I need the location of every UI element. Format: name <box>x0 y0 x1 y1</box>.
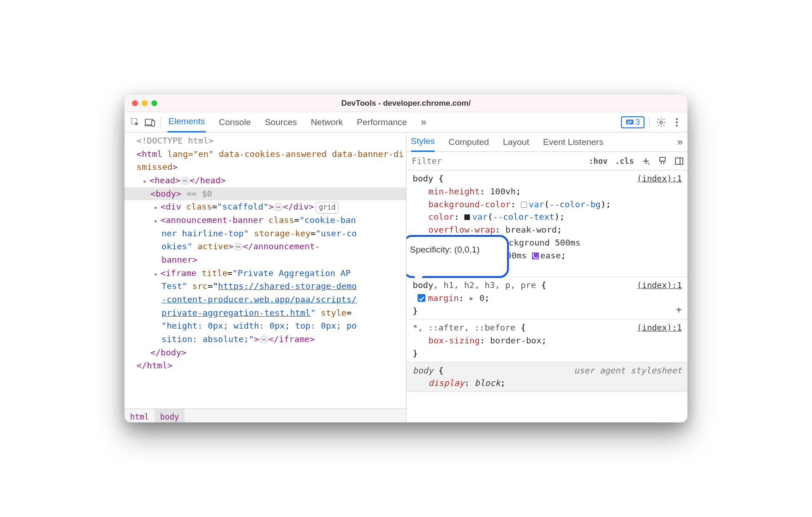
rule-selector[interactable]: body <box>413 174 434 183</box>
add-property-icon[interactable]: + <box>676 302 682 317</box>
subtab-computed[interactable]: Computed <box>448 132 489 152</box>
minimize-window-button[interactable] <box>142 100 148 106</box>
subtab-styles[interactable]: Styles <box>411 132 435 152</box>
kebab-menu-icon[interactable] <box>670 115 684 129</box>
toggle-classes-icon[interactable] <box>654 152 671 170</box>
styles-filterbar: :hov .cls <box>406 152 688 170</box>
dom-line[interactable]: okies" active>⋯</announcement- <box>125 240 406 253</box>
tab-network[interactable]: Network <box>310 112 344 132</box>
inspect-element-icon[interactable] <box>128 115 142 129</box>
rule-source-link[interactable]: (index):1 <box>637 279 682 291</box>
subtab-layout[interactable]: Layout <box>503 132 529 152</box>
main-toolbar: Elements Console Sources Network Perform… <box>125 112 687 132</box>
css-rule-body-group[interactable]: (index):1 body, h1, h2, h3, p, pre { mar… <box>406 277 688 319</box>
toolbar-separator <box>161 117 161 128</box>
svg-point-5 <box>676 118 678 120</box>
tabs-overflow[interactable]: » <box>420 112 427 132</box>
dom-announcement-banner[interactable]: <announcement-banner class="cookie-ban <box>125 214 406 227</box>
devtools-window: DevTools - developer.chrome.com/ Element… <box>125 95 687 422</box>
svg-point-6 <box>676 121 678 123</box>
message-count-value: 3 <box>636 118 640 127</box>
dom-tree[interactable]: <!DOCTYPE html> <html lang="en" data-coo… <box>125 132 406 409</box>
iframe-src-url: https://shared-storage-demo <box>218 281 357 291</box>
svg-rect-8 <box>660 157 665 161</box>
dom-line[interactable]: private-aggregation-test.html" style= <box>125 307 406 320</box>
close-window-button[interactable] <box>132 100 138 106</box>
toolbar-separator <box>649 117 650 128</box>
dom-line[interactable]: banner> <box>125 253 406 267</box>
hov-toggle[interactable]: :hov <box>585 152 611 170</box>
styles-rules: (index):1 body { min-height: 100vh; back… <box>406 170 688 422</box>
easing-swatch-icon[interactable] <box>532 252 539 259</box>
styles-panel: Styles Computed Layout Event Listeners »… <box>406 132 688 422</box>
dom-line[interactable]: sition: absolute;">⋯</iframe> <box>125 333 406 346</box>
dom-breadcrumb: html body <box>125 409 406 422</box>
grid-badge[interactable]: grid <box>316 202 339 213</box>
styles-filter-input[interactable] <box>406 156 585 166</box>
tab-performance[interactable]: Performance <box>356 112 408 132</box>
rule-source-link[interactable]: (index):1 <box>637 172 682 185</box>
dom-div-scaffold[interactable]: <div class="scaffold">⋯</div>grid <box>125 200 406 214</box>
dom-doctype[interactable]: <!DOCTYPE html> <box>125 134 406 148</box>
rule-selector: body <box>413 366 434 375</box>
dom-body-selected[interactable]: <body> == $0 <box>125 187 406 201</box>
svg-point-7 <box>676 125 678 126</box>
device-toolbar-icon[interactable] <box>143 115 157 129</box>
cls-toggle[interactable]: .cls <box>611 152 638 170</box>
panel-tabs: Elements Console Sources Network Perform… <box>167 112 427 132</box>
tab-elements[interactable]: Elements <box>167 112 206 132</box>
rule-selector[interactable]: body <box>413 280 434 290</box>
dom-iframe[interactable]: <iframe title="Private Aggregation AP <box>125 267 406 280</box>
styles-subtabs: Styles Computed Layout Event Listeners » <box>406 132 688 152</box>
elements-panel: <!DOCTYPE html> <html lang="en" data-coo… <box>125 132 406 422</box>
toolbar-right: 3 <box>621 115 684 129</box>
rule-source-link[interactable]: (index):1 <box>637 321 682 334</box>
dom-html-close[interactable]: </html> <box>125 359 406 373</box>
dom-html-open[interactable]: <html lang="en" data-cookies-answered da… <box>125 148 406 174</box>
window-titlebar: DevTools - developer.chrome.com/ <box>125 95 687 112</box>
subtabs-overflow[interactable]: » <box>677 132 683 152</box>
property-enabled-checkbox[interactable] <box>418 294 425 302</box>
rule-source-ua: user agent stylesheet <box>574 364 682 377</box>
dom-head[interactable]: <head>⋯</head> <box>125 174 406 187</box>
maximize-window-button[interactable] <box>151 100 157 106</box>
dom-line[interactable]: ner hairline-top" storage-key="user-co <box>125 227 406 240</box>
new-style-rule-icon[interactable] <box>638 152 654 170</box>
dom-line[interactable]: "height: 0px; width: 0px; top: 0px; po <box>125 319 406 333</box>
rule-selector[interactable]: *, ::after, ::before <box>413 323 516 332</box>
console-message-count[interactable]: 3 <box>621 116 645 128</box>
specificity-text: Specificity: (0,0,1) <box>410 245 480 254</box>
toggle-sidebar-icon[interactable] <box>671 152 687 170</box>
window-title: DevTools - developer.chrome.com/ <box>125 99 687 108</box>
crumb-html[interactable]: html <box>125 409 155 422</box>
css-rule-universal[interactable]: (index):1 *, ::after, ::before { box-siz… <box>406 319 688 362</box>
panels-container: <!DOCTYPE html> <html lang="en" data-coo… <box>125 132 687 422</box>
css-rule-user-agent[interactable]: user agent stylesheet body { display: bl… <box>406 362 688 392</box>
settings-gear-icon[interactable] <box>654 115 668 129</box>
svg-point-4 <box>660 121 663 124</box>
crumb-body[interactable]: body <box>155 409 185 422</box>
traffic-lights <box>132 100 157 106</box>
svg-rect-9 <box>675 158 683 164</box>
dom-line[interactable]: -content-producer.web.app/paa/scripts/ <box>125 293 406 307</box>
dom-line[interactable]: Test" src="https://shared-storage-demo <box>125 280 406 293</box>
subtab-event-listeners[interactable]: Event Listeners <box>543 132 603 152</box>
dom-body-close[interactable]: </body> <box>125 346 406 360</box>
tab-console[interactable]: Console <box>218 112 252 132</box>
specificity-tooltip: Specificity: (0,0,1) <box>406 235 509 278</box>
svg-rect-2 <box>152 120 155 126</box>
tab-sources[interactable]: Sources <box>264 112 298 132</box>
